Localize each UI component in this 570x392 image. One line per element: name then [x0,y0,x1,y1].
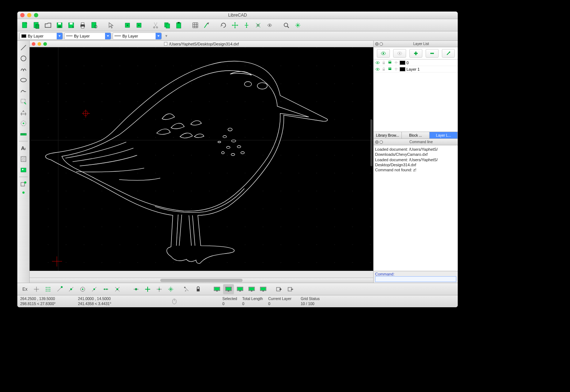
zoom-window-button[interactable] [281,20,292,30]
lock-icon[interactable] [381,60,386,65]
zoom-auto-button[interactable] [253,20,264,30]
zoom-previous-button[interactable] [264,20,275,30]
zoom-pan-button[interactable] [292,20,303,30]
dimension-tool[interactable]: A [18,107,29,118]
image-tool[interactable] [18,164,29,175]
lock-relative-zero-button[interactable] [193,284,204,294]
grid-toggle-button[interactable] [190,20,201,30]
select-tool[interactable] [18,96,29,107]
snap-center-button[interactable] [77,284,88,294]
add-view-button[interactable] [274,284,284,294]
vertical-scrollbar[interactable] [370,119,373,166]
snap-on-entity-button[interactable] [66,284,77,294]
line-tool[interactable] [18,42,29,53]
text-tool[interactable]: AI [18,143,29,154]
svg-rect-9 [81,23,84,25]
layer-list[interactable]: 0 Layer 1 [374,60,458,132]
restrict-horizontal-button[interactable] [154,284,165,294]
hide-all-layers-button[interactable] [393,49,406,58]
svg-rect-27 [21,99,25,103]
polyline-tool[interactable] [18,85,29,96]
snap-endpoint-button[interactable] [54,284,65,294]
hatch-tool[interactable] [18,154,29,164]
snap-middle-button[interactable] [89,284,100,294]
new-file-button[interactable] [19,20,30,30]
new-from-template-button[interactable] [31,20,42,30]
svg-rect-90 [214,287,219,290]
color-selector[interactable]: By Layer [19,32,63,40]
screen2-button[interactable] [223,284,234,294]
zoom-in-button[interactable] [230,20,240,30]
undo-button[interactable] [122,20,133,30]
draft-mode-button[interactable] [201,20,212,30]
tab-block[interactable]: Block ... [402,132,430,138]
open-button[interactable] [43,20,53,30]
zoom-out-button[interactable] [241,20,252,30]
restrict-nothing-button[interactable] [131,284,142,294]
print-icon[interactable] [387,67,392,72]
svg-point-23 [284,23,288,27]
panel-undock-icon[interactable]: ▣ [379,42,383,46]
snap-free-button[interactable] [31,284,42,294]
cut-button[interactable] [150,20,161,30]
screen3-button[interactable] [235,284,245,294]
construction-icon[interactable] [393,60,399,65]
lock-icon[interactable] [381,67,386,72]
remove-layer-button[interactable] [426,49,439,58]
circle-tool[interactable] [18,53,29,64]
curve-tool[interactable] [18,64,29,75]
restrict-orthogonal-button[interactable] [142,284,153,294]
horizontal-scrollbar[interactable] [30,278,373,283]
panel-undock-icon[interactable]: ▣ [379,140,383,144]
copy-button[interactable] [162,20,173,30]
add-layer-button[interactable] [409,49,422,58]
screen5-button[interactable] [258,284,269,294]
screen1-button[interactable] [212,284,222,294]
command-log[interactable]: Loaded document: /Users/YaphetS/ Downloa… [374,145,458,271]
panel-close-icon[interactable]: × [375,42,379,46]
zoom-redraw-button[interactable] [218,20,229,30]
block-tool[interactable] [18,179,29,189]
print-icon[interactable] [387,60,392,65]
tab-library[interactable]: Library Brow... [374,132,402,138]
svg-rect-31 [21,133,26,135]
eye-icon[interactable] [375,60,380,65]
svg-point-82 [104,289,105,290]
command-prompt-label: Command: [375,272,456,276]
eye-icon[interactable] [375,67,380,72]
relative-zero-button[interactable] [181,284,192,294]
construction-icon[interactable] [393,67,399,72]
measure-tool[interactable] [18,129,29,140]
total-length-label: Total Length [242,296,268,301]
screen4-button[interactable] [246,284,257,294]
ellipse-tool[interactable] [18,75,29,85]
edit-layer-button[interactable] [442,49,455,58]
snap-grid-button[interactable] [43,284,53,294]
snap-intersection-button[interactable] [112,284,123,294]
linewidth-selector[interactable]: By Layer [64,32,111,40]
pointer-button[interactable] [105,20,116,30]
svg-rect-20 [178,22,180,23]
exclusive-snap-button[interactable]: Ex [19,284,30,294]
layer-row[interactable]: 0 [374,60,458,66]
svg-point-68 [46,287,47,288]
redo-button[interactable] [134,20,144,30]
snap-distance-button[interactable] [100,284,111,294]
paste-button[interactable] [173,20,184,30]
save-as-button[interactable] [66,20,77,30]
save-button[interactable] [54,20,65,30]
layer-row[interactable]: Layer 1 [374,66,458,72]
linetype-selector[interactable]: By Layer [113,32,162,40]
show-all-layers-button[interactable] [377,49,390,58]
remove-view-button[interactable] [285,284,296,294]
tab-layer[interactable]: Layer L... [430,132,458,138]
canvas-viewport[interactable] [30,47,373,278]
command-input[interactable] [375,276,456,282]
drawing-canvas[interactable] [30,47,373,271]
print-preview-button[interactable] [89,20,100,30]
restrict-vertical-button[interactable] [165,284,176,294]
svg-rect-4 [58,23,61,25]
panel-close-icon[interactable]: × [375,140,379,144]
modify-tool[interactable] [18,118,29,129]
print-button[interactable] [77,20,88,30]
